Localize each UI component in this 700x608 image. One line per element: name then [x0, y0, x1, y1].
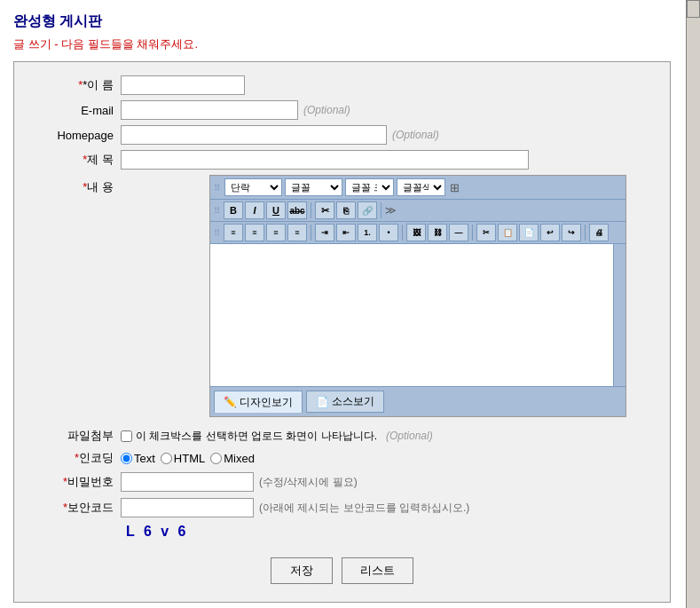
security-label: *보안코드	[32, 500, 121, 516]
encoding-mixed-radio[interactable]	[210, 453, 222, 464]
align-right-button[interactable]: ≡	[266, 224, 286, 241]
button-row: 저장 리스트	[32, 557, 652, 584]
encoding-html-radio[interactable]	[161, 453, 172, 464]
email-optional: (Optional)	[303, 104, 350, 116]
content-editor[interactable]	[210, 244, 613, 386]
password-hint: (수정/삭제시에 필요)	[259, 475, 358, 490]
design-view-tab[interactable]: ✏️ 디자인보기	[214, 391, 303, 413]
align-left-button[interactable]: ≡	[224, 224, 243, 241]
paste-button[interactable]: 📄	[519, 224, 539, 241]
encoding-mixed-label[interactable]: Mixed	[210, 452, 255, 465]
password-row: *비밀번호 (수정/삭제시에 필요)	[32, 472, 652, 492]
font-color-select[interactable]: 글꼴색	[397, 178, 445, 196]
toolbar-sep-4	[402, 225, 403, 241]
ol-button[interactable]: 1.	[358, 224, 377, 241]
password-label: *비밀번호	[32, 474, 121, 490]
encoding-html-label[interactable]: HTML	[161, 452, 205, 465]
scrollbar[interactable]	[686, 0, 700, 608]
source-icon: 📄	[316, 396, 329, 408]
editor-with-scroll	[210, 244, 625, 386]
encoding-row: *인코딩 Text HTML Mixed	[32, 450, 652, 466]
editor-bottom-bar: ✏️ 디자인보기 📄 소스보기	[210, 386, 625, 416]
source-view-tab[interactable]: 📄 소스보기	[306, 391, 384, 413]
link-button[interactable]: 🔗	[358, 201, 377, 219]
toolbar-grip-2: ⠿	[214, 206, 220, 216]
indent-button[interactable]: ⇥	[315, 224, 334, 241]
paragraph-select[interactable]: 단락	[224, 178, 282, 196]
extra-section: 파일첨부 이 체크박스를 선택하면 업로드 화면이 나타납니다. (Option…	[32, 428, 652, 540]
font-select[interactable]: 글꼴	[285, 178, 342, 196]
file-checkbox[interactable]	[121, 430, 132, 442]
security-hint: (아래에 제시되는 보안코드를 입력하십시오.)	[259, 501, 469, 516]
subject-label: *제 목	[32, 152, 121, 168]
instruction: 글 쓰기 - 다음 필드들을 채워주세요.	[13, 36, 687, 52]
security-code-display: L 6 v 6	[126, 524, 189, 540]
image-button[interactable]: 🖼	[406, 224, 426, 241]
toolbar-more-icon[interactable]: ≫	[385, 204, 397, 217]
encoding-text-value: Text	[134, 452, 155, 465]
encoding-label: *인코딩	[32, 450, 121, 466]
homepage-optional: (Optional)	[392, 129, 439, 141]
encoding-html-value: HTML	[174, 452, 205, 465]
toolbar-grip-3: ⠿	[214, 228, 220, 238]
bold-button[interactable]: B	[224, 201, 243, 219]
font-size-select[interactable]: 글꼴 크기	[345, 178, 394, 196]
align-center-button[interactable]: ≡	[245, 224, 264, 241]
link2-button[interactable]: ⛓	[428, 224, 447, 241]
encoding-mixed-value: Mixed	[224, 452, 255, 465]
password-input[interactable]	[121, 472, 254, 492]
security-input[interactable]	[121, 498, 254, 517]
save-button[interactable]: 저장	[271, 557, 333, 584]
encoding-text-radio[interactable]	[121, 453, 132, 464]
toolbar-sep-1	[311, 202, 311, 218]
editor-scroll[interactable]	[613, 244, 625, 386]
print-button[interactable]: 🖨	[589, 224, 609, 241]
name-input[interactable]	[121, 75, 245, 95]
toolbar-sep-3	[311, 225, 311, 241]
email-row: E-mail (Optional)	[32, 100, 652, 120]
copy2-button[interactable]: 📋	[498, 224, 517, 241]
file-label: 파일첨부	[32, 428, 121, 444]
toolbar-expand-icon[interactable]: ⊞	[450, 181, 460, 194]
outdent-button[interactable]: ⇤	[336, 224, 356, 241]
toolbar-sep-2	[381, 202, 381, 218]
editor-container: ⠿ 단락 글꼴 글꼴 크기 글꼴색 ⊞	[209, 175, 626, 417]
email-input[interactable]	[121, 100, 298, 120]
homepage-input[interactable]	[121, 125, 387, 145]
content-row: *내 용 ⠿ 단락 글꼴 글꼴 크기 글꼴색	[32, 175, 652, 417]
align-justify-button[interactable]: ≡	[287, 224, 307, 241]
strikethrough-button[interactable]: abc	[287, 201, 307, 219]
scrollbar-thumb[interactable]	[687, 0, 700, 18]
ul-button[interactable]: •	[379, 224, 398, 241]
undo-button[interactable]: ↩	[540, 224, 560, 241]
file-checkbox-text: 이 체크박스를 선택하면 업로드 화면이 나타납니다.	[136, 429, 377, 444]
cut-button[interactable]: ✂	[315, 201, 334, 219]
copy-button[interactable]: ⎘	[336, 201, 356, 219]
editor-toolbar-1: ⠿ 단락 글꼴 글꼴 크기 글꼴색 ⊞	[210, 176, 625, 200]
subject-input[interactable]	[121, 150, 529, 170]
form-container: **이 름 E-mail (Optional) Homepage (Option…	[13, 61, 671, 603]
name-label: **이 름	[32, 77, 121, 93]
toolbar-sep-6	[585, 225, 586, 241]
file-optional: (Optional)	[386, 430, 433, 442]
rule-button[interactable]: —	[449, 224, 468, 241]
page-title: 완성형 게시판	[13, 9, 687, 31]
italic-button[interactable]: I	[245, 201, 264, 219]
redo-button[interactable]: ↪	[562, 224, 581, 241]
file-row: 파일첨부 이 체크박스를 선택하면 업로드 화면이 나타납니다. (Option…	[32, 428, 652, 444]
content-label: *내 용	[32, 175, 121, 195]
file-checkbox-label[interactable]: 이 체크박스를 선택하면 업로드 화면이 나타납니다. (Optional)	[121, 429, 433, 444]
subject-row: *제 목	[32, 150, 652, 170]
list-button[interactable]: 리스트	[342, 557, 413, 584]
encoding-text-label[interactable]: Text	[121, 452, 155, 465]
security-code-row: L 6 v 6	[32, 524, 652, 540]
design-icon: ✏️	[224, 396, 237, 408]
toolbar-grip-1: ⠿	[214, 183, 220, 193]
email-label: E-mail	[32, 104, 121, 117]
editor-toolbar-2: ⠿ B I U abc ✂ ⎘ 🔗 ≫	[210, 200, 625, 222]
cut2-button[interactable]: ✂	[476, 224, 496, 241]
security-row: *보안코드 (아래에 제시되는 보안코드를 입력하십시오.)	[32, 498, 652, 517]
underline-button[interactable]: U	[266, 201, 286, 219]
name-row: **이 름	[32, 75, 652, 95]
encoding-radio-group: Text HTML Mixed	[121, 452, 255, 465]
